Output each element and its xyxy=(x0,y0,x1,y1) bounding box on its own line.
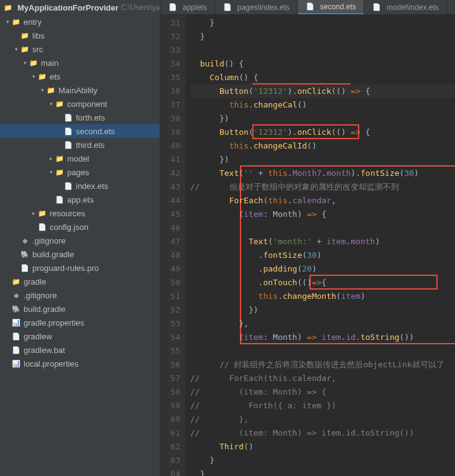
tree-item[interactable]: 📄gradlew.bat xyxy=(0,343,160,357)
line-number: 36 xyxy=(160,85,185,98)
code-line[interactable]: Text('' + this.Month7.month).fontSize(30… xyxy=(190,167,455,180)
code-line[interactable] xyxy=(190,344,455,358)
tree-item-label: pages xyxy=(67,168,89,177)
tree-item[interactable]: ▾📁main xyxy=(0,56,160,70)
code-line[interactable]: // 但是对于数组中的对象的属性的改变却监测不到 xyxy=(190,180,455,194)
tree-item[interactable]: ▾📁ets xyxy=(0,70,160,83)
code-line[interactable]: Column() { xyxy=(190,71,455,85)
code-line[interactable]: ForEach(this.calendar, xyxy=(190,194,455,208)
code-line[interactable]: build() { xyxy=(190,57,455,71)
project-sidebar[interactable]: 📁 MyApplicationForProvider C:\Users\yar … xyxy=(0,0,160,476)
line-number: 37 xyxy=(160,98,185,112)
code-line[interactable]: .fontSize(30) xyxy=(190,249,455,262)
tree-item[interactable]: ▾📁pages xyxy=(0,165,160,179)
tree-item[interactable]: 📁libs xyxy=(0,29,160,42)
editor-tabs[interactable]: 📄applets📄pages\index.ets📄second.ets📄mode… xyxy=(160,0,455,15)
code-line[interactable] xyxy=(190,221,455,235)
tab-label: model\index.ets xyxy=(387,3,439,12)
code-line[interactable]: Button('12312').onClick(() => { xyxy=(190,85,455,98)
code-line[interactable]: } xyxy=(190,30,455,43)
tree-item[interactable]: ▾📁src xyxy=(0,42,160,56)
code-line[interactable]: } xyxy=(190,454,455,467)
tree-item-label: src xyxy=(32,45,43,54)
tree-item-label: gradlew.bat xyxy=(24,346,65,355)
line-number: 33 xyxy=(160,43,185,57)
code-line[interactable]: this.changeMonth(item) xyxy=(190,290,455,303)
tree-item[interactable]: 📊local.properties xyxy=(0,357,160,370)
line-number: 59 xyxy=(160,399,185,413)
code-line[interactable]: this.changeCal() xyxy=(190,98,455,112)
code-line[interactable]: }) xyxy=(190,303,455,317)
tree-item[interactable]: 📄third.ets xyxy=(0,138,160,152)
code-line[interactable]: (item: Month) => { xyxy=(190,208,455,221)
tree-item[interactable]: 🐘build.gradle xyxy=(0,302,160,316)
tree-item[interactable]: ▸📁model xyxy=(0,152,160,165)
chevron-icon: ▾ xyxy=(47,169,55,175)
editor-tab[interactable]: 📄pages\index.ets xyxy=(215,0,298,14)
editor-tab[interactable]: 📄model\index.ets xyxy=(364,0,447,14)
code-line[interactable] xyxy=(190,43,455,57)
code-line[interactable]: .onTouch(()=>{ xyxy=(190,276,455,290)
code-line[interactable]: this.changeCalId() xyxy=(190,139,455,153)
line-number: 54 xyxy=(160,331,185,344)
line-number: 56 xyxy=(160,358,185,372)
file-icon: 📁 xyxy=(20,30,30,40)
tree-item[interactable]: ◆.gitignore xyxy=(0,288,160,302)
code-line[interactable]: .padding(20) xyxy=(190,262,455,276)
tree-item-label: local.properties xyxy=(24,359,78,368)
tree-item[interactable]: 📄forth.ets xyxy=(0,111,160,124)
line-number: 52 xyxy=(160,303,185,317)
code-line[interactable]: } xyxy=(190,467,455,476)
line-number: 63 xyxy=(160,454,185,467)
code-line[interactable]: // Forth({ a: item }) xyxy=(190,399,455,413)
line-number: 58 xyxy=(160,385,185,399)
editor-tab[interactable]: 📄second.ets xyxy=(298,0,364,14)
code-line[interactable]: // (item: Month) => item.id.toString()) xyxy=(190,426,455,440)
code-line[interactable]: Text('month:' + item.month) xyxy=(190,235,455,249)
code-line[interactable]: // 封装组件之后将渲染数据传进去然后objectLink就可以了 xyxy=(190,358,455,372)
chevron-icon: ▸ xyxy=(30,210,37,216)
tree-item[interactable]: 🐘build.gradle xyxy=(0,247,160,261)
code-content[interactable]: } } build() { Column() { Button('12312')… xyxy=(185,15,455,476)
code-line[interactable]: }, xyxy=(190,317,455,331)
code-line[interactable]: Button('12312').onClick(() => { xyxy=(190,126,455,139)
line-number: 64 xyxy=(160,467,185,476)
code-editor[interactable]: 3132333435363738394041424344454647484950… xyxy=(160,15,455,476)
code-line[interactable]: // ForEach(this.calendar, xyxy=(190,372,455,385)
tree-item[interactable]: ▾📁MainAbility xyxy=(0,83,160,97)
tree-item[interactable]: 📄config.json xyxy=(0,220,160,234)
tree-item[interactable]: ▾📁component xyxy=(0,97,160,111)
code-line[interactable]: Third() xyxy=(190,440,455,454)
tree-item[interactable]: 📄app.ets xyxy=(0,193,160,206)
code-line[interactable]: // }, xyxy=(190,413,455,426)
tree-item[interactable]: 📄gradlew xyxy=(0,329,160,343)
code-line[interactable]: } xyxy=(190,16,455,30)
tree-item[interactable]: 📄index.ets xyxy=(0,179,160,193)
chevron-icon: ▾ xyxy=(4,19,11,25)
file-icon: 📄 xyxy=(372,2,382,12)
editor-tab[interactable]: 📄applets xyxy=(160,0,215,14)
code-line[interactable]: // (item: Month) => { xyxy=(190,385,455,399)
file-tree[interactable]: ▾📁entry📁libs▾📁src▾📁main▾📁ets▾📁MainAbilit… xyxy=(0,15,160,370)
tree-item[interactable]: 📁gradle xyxy=(0,275,160,288)
line-number: 46 xyxy=(160,221,185,235)
tree-item[interactable]: 📄second.ets xyxy=(0,124,160,138)
file-icon: 📄 xyxy=(168,2,178,12)
tree-item[interactable]: 📄proguard-rules.pro xyxy=(0,261,160,275)
file-icon: 📄 xyxy=(55,195,65,204)
tree-item[interactable]: ◆.gitignore xyxy=(0,234,160,247)
line-number: 51 xyxy=(160,290,185,303)
file-icon: 📁 xyxy=(55,153,65,163)
line-number: 38 xyxy=(160,112,185,126)
file-icon: 📁 xyxy=(20,44,30,54)
tree-item[interactable]: ▾📁entry xyxy=(0,15,160,29)
code-line[interactable]: (item: Month) => item.id.toString()) xyxy=(190,331,455,344)
tree-item[interactable]: 📊gradle.properties xyxy=(0,316,160,329)
tree-item-label: ets xyxy=(50,72,60,81)
tree-item[interactable]: ▸📁resources xyxy=(0,206,160,220)
file-icon: 📊 xyxy=(11,359,21,368)
code-line[interactable]: }) xyxy=(190,153,455,167)
tree-item-label: third.ets xyxy=(76,140,104,150)
code-line[interactable]: }) xyxy=(190,112,455,126)
tree-item-label: build.gradle xyxy=(32,250,74,259)
